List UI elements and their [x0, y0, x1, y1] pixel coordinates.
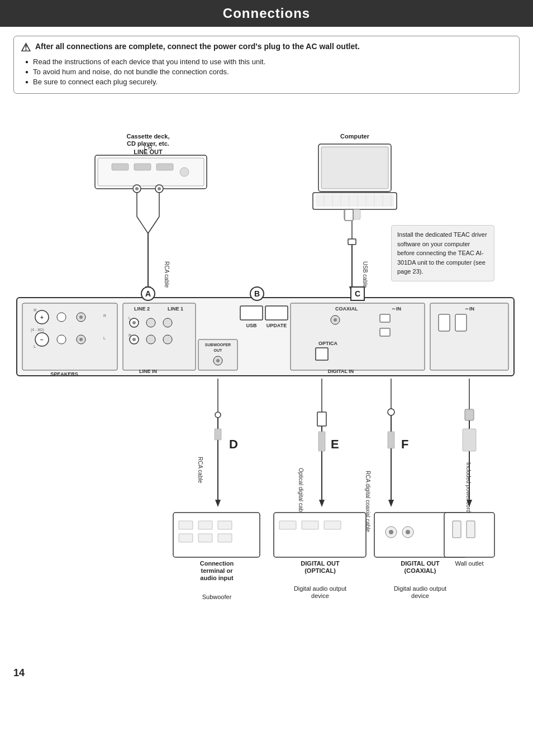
svg-rect-88: [380, 328, 390, 336]
svg-point-117: [388, 409, 394, 415]
svg-text:DIGITAL OUT: DIGITAL OUT: [301, 560, 340, 567]
svg-text:LINE 1: LINE 1: [168, 306, 183, 312]
svg-text:COAXIAL: COAXIAL: [335, 306, 358, 312]
svg-text:C: C: [355, 289, 360, 298]
page-header: Connections: [0, 0, 533, 27]
svg-point-67: [163, 335, 172, 344]
svg-point-46: [57, 313, 66, 322]
svg-rect-90: [430, 303, 508, 370]
svg-text:(4 - 8Ω): (4 - 8Ω): [31, 328, 44, 332]
svg-text:USB cable: USB cable: [362, 261, 368, 288]
warning-box: ⚠ After all connections are complete, co…: [13, 36, 520, 94]
svg-text:DIGITAL IN: DIGITAL IN: [328, 369, 354, 374]
svg-rect-109: [317, 412, 326, 426]
warning-title: ⚠ After all connections are complete, co…: [21, 42, 510, 54]
svg-text:R: R: [103, 314, 106, 318]
warning-text: After all connections are complete, conn…: [35, 42, 360, 51]
bullet-3: Be sure to connect each plug securely.: [25, 78, 510, 86]
svg-rect-22: [316, 194, 394, 207]
svg-text:D: D: [229, 437, 238, 451]
svg-text:RCA cable: RCA cable: [197, 457, 203, 484]
svg-rect-137: [218, 534, 232, 542]
svg-text:(COAXIAL): (COAXIAL): [404, 567, 436, 574]
svg-line-15: [148, 217, 159, 233]
diagram-area: LINE OUT L R RCA cable: [0, 99, 533, 686]
svg-point-51: [79, 338, 83, 341]
svg-text:Included power cord: Included power cord: [465, 462, 472, 513]
svg-rect-4: [156, 164, 173, 170]
svg-text:SPEAKERS: SPEAKERS: [50, 371, 78, 377]
svg-rect-139: [279, 521, 296, 529]
svg-point-66: [163, 318, 172, 327]
svg-text:OUT: OUT: [214, 348, 223, 352]
svg-text:L: L: [103, 336, 106, 340]
svg-rect-141: [324, 521, 341, 529]
svg-rect-103: [215, 429, 221, 440]
svg-point-48: [79, 315, 83, 319]
svg-text:B: B: [254, 289, 260, 298]
svg-text:～IN: ～IN: [464, 306, 474, 312]
svg-point-146: [406, 530, 410, 534]
svg-text:DIGITAL OUT: DIGITAL OUT: [401, 560, 440, 567]
svg-rect-3: [134, 164, 151, 170]
svg-text:Digital audio output: Digital audio output: [294, 585, 346, 592]
svg-marker-105: [215, 500, 221, 507]
svg-text:Connection: Connection: [200, 560, 234, 567]
bullet-1: Read the instructions of each device tha…: [25, 58, 510, 66]
svg-point-61: [132, 321, 136, 324]
svg-point-75: [216, 359, 220, 362]
connection-diagram: LINE OUT L R RCA cable: [0, 99, 533, 686]
svg-text:terminal or: terminal or: [201, 567, 234, 574]
svg-text:+: +: [40, 314, 44, 320]
svg-text:SUBWOOFER: SUBWOOFER: [205, 343, 231, 347]
svg-text:A: A: [145, 289, 151, 298]
svg-text:−: −: [40, 337, 44, 343]
svg-point-11: [158, 187, 161, 190]
svg-point-9: [135, 187, 139, 190]
page-number: 14: [13, 667, 25, 679]
svg-point-86: [334, 318, 337, 322]
svg-text:L: L: [34, 344, 36, 349]
svg-rect-80: [291, 303, 425, 370]
svg-text:Digital audio output: Digital audio output: [394, 585, 446, 592]
svg-text:device: device: [311, 592, 329, 599]
svg-marker-113: [319, 500, 325, 507]
svg-point-49: [57, 335, 66, 344]
svg-text:UPDATE: UPDATE: [266, 323, 287, 328]
svg-text:USB: USB: [246, 323, 257, 328]
svg-rect-148: [453, 521, 461, 538]
svg-marker-121: [388, 500, 394, 507]
svg-text:～IN: ～IN: [391, 306, 401, 312]
svg-rect-87: [380, 314, 390, 322]
svg-text:(OPTICAL): (OPTICAL): [304, 567, 336, 574]
svg-text:L: L: [129, 316, 131, 320]
svg-rect-134: [218, 521, 232, 529]
svg-point-5: [180, 168, 189, 176]
svg-text:CD player, etc.: CD player, etc.: [127, 140, 169, 147]
svg-rect-133: [198, 521, 212, 529]
svg-text:Cassette deck,: Cassette deck,: [126, 133, 169, 140]
svg-rect-20: [321, 147, 388, 189]
svg-rect-127: [463, 429, 476, 451]
svg-text:F: F: [401, 437, 408, 451]
svg-text:Computer: Computer: [340, 133, 370, 140]
svg-rect-2: [112, 164, 129, 170]
info-box-text: Install the dedicated TEAC driver softwa…: [397, 231, 487, 275]
svg-point-64: [146, 318, 155, 327]
svg-rect-111: [318, 432, 325, 451]
svg-line-14: [137, 217, 148, 233]
svg-text:R: R: [34, 308, 37, 313]
svg-text:R: R: [129, 333, 131, 337]
svg-text:Optical digital cable: Optical digital cable: [298, 468, 304, 516]
svg-point-144: [389, 530, 393, 534]
bullet-2: To avoid hum and noise, do not bundle th…: [25, 68, 510, 76]
svg-point-101: [215, 412, 221, 418]
warning-icon: ⚠: [21, 41, 31, 54]
svg-rect-125: [465, 409, 474, 420]
svg-text:Wall outlet: Wall outlet: [455, 560, 484, 567]
svg-text:LINE 2: LINE 2: [134, 306, 150, 312]
computer-info-box: Install the dedicated TEAC driver softwa…: [391, 225, 494, 281]
svg-text:OPTICA: OPTICA: [318, 341, 338, 346]
svg-text:Subwoofer: Subwoofer: [202, 594, 232, 600]
svg-text:RCA cable: RCA cable: [164, 261, 170, 288]
